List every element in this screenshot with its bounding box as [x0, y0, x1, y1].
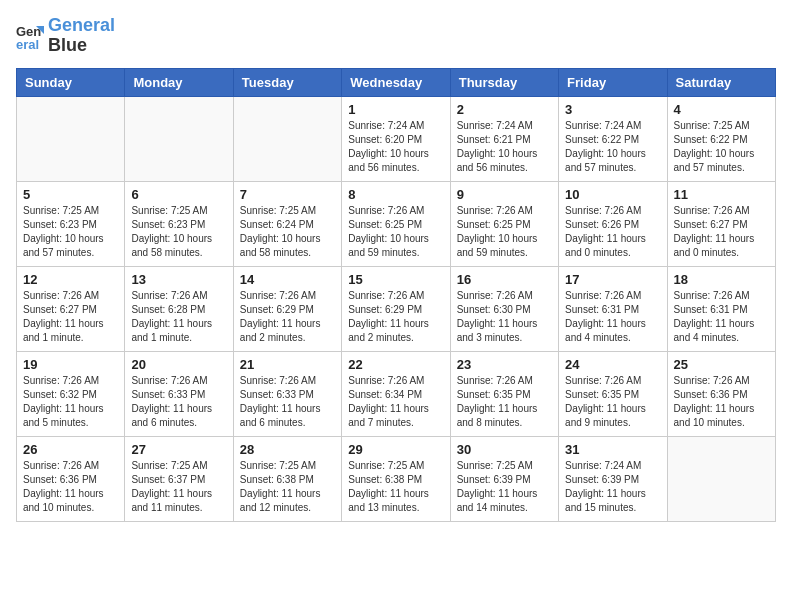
logo-icon: Gen eral — [16, 22, 44, 50]
day-info: Sunrise: 7:26 AM — [23, 374, 118, 388]
day-info: Daylight: 11 hours and 0 minutes. — [674, 232, 769, 260]
day-number: 14 — [240, 272, 335, 287]
day-cell: 16Sunrise: 7:26 AMSunset: 6:30 PMDayligh… — [450, 266, 558, 351]
day-number: 4 — [674, 102, 769, 117]
day-info: Sunset: 6:38 PM — [348, 473, 443, 487]
day-info: Sunset: 6:20 PM — [348, 133, 443, 147]
day-info: Sunrise: 7:26 AM — [131, 289, 226, 303]
day-cell: 7Sunrise: 7:25 AMSunset: 6:24 PMDaylight… — [233, 181, 341, 266]
day-number: 30 — [457, 442, 552, 457]
day-info: Sunrise: 7:26 AM — [240, 289, 335, 303]
header-monday: Monday — [125, 68, 233, 96]
day-info: Daylight: 10 hours and 56 minutes. — [348, 147, 443, 175]
day-cell: 19Sunrise: 7:26 AMSunset: 6:32 PMDayligh… — [17, 351, 125, 436]
svg-text:eral: eral — [16, 37, 39, 50]
day-info: Sunrise: 7:26 AM — [348, 204, 443, 218]
day-info: Daylight: 11 hours and 1 minute. — [23, 317, 118, 345]
logo: Gen eral GeneralBlue — [16, 16, 115, 56]
day-number: 1 — [348, 102, 443, 117]
day-cell: 26Sunrise: 7:26 AMSunset: 6:36 PMDayligh… — [17, 436, 125, 521]
day-info: Daylight: 11 hours and 0 minutes. — [565, 232, 660, 260]
day-info: Sunrise: 7:25 AM — [240, 204, 335, 218]
day-cell: 15Sunrise: 7:26 AMSunset: 6:29 PMDayligh… — [342, 266, 450, 351]
day-number: 10 — [565, 187, 660, 202]
day-info: Sunrise: 7:26 AM — [565, 374, 660, 388]
day-info: Sunrise: 7:26 AM — [565, 204, 660, 218]
day-number: 7 — [240, 187, 335, 202]
header-sunday: Sunday — [17, 68, 125, 96]
day-info: Sunset: 6:33 PM — [131, 388, 226, 402]
day-info: Daylight: 10 hours and 58 minutes. — [240, 232, 335, 260]
day-info: Sunrise: 7:26 AM — [457, 289, 552, 303]
day-cell: 17Sunrise: 7:26 AMSunset: 6:31 PMDayligh… — [559, 266, 667, 351]
day-info: Daylight: 10 hours and 57 minutes. — [674, 147, 769, 175]
day-info: Sunrise: 7:25 AM — [240, 459, 335, 473]
day-info: Daylight: 11 hours and 2 minutes. — [348, 317, 443, 345]
day-info: Sunrise: 7:26 AM — [457, 374, 552, 388]
day-number: 24 — [565, 357, 660, 372]
day-cell: 6Sunrise: 7:25 AMSunset: 6:23 PMDaylight… — [125, 181, 233, 266]
day-info: Sunrise: 7:24 AM — [457, 119, 552, 133]
day-cell: 2Sunrise: 7:24 AMSunset: 6:21 PMDaylight… — [450, 96, 558, 181]
day-info: Sunset: 6:34 PM — [348, 388, 443, 402]
week-row-1: 1Sunrise: 7:24 AMSunset: 6:20 PMDaylight… — [17, 96, 776, 181]
day-info: Daylight: 10 hours and 57 minutes. — [565, 147, 660, 175]
day-info: Sunrise: 7:26 AM — [131, 374, 226, 388]
day-number: 23 — [457, 357, 552, 372]
calendar-table: SundayMondayTuesdayWednesdayThursdayFrid… — [16, 68, 776, 522]
day-cell: 8Sunrise: 7:26 AMSunset: 6:25 PMDaylight… — [342, 181, 450, 266]
day-info: Daylight: 11 hours and 10 minutes. — [674, 402, 769, 430]
day-info: Sunset: 6:29 PM — [240, 303, 335, 317]
day-info: Sunset: 6:36 PM — [674, 388, 769, 402]
day-info: Daylight: 11 hours and 13 minutes. — [348, 487, 443, 515]
day-info: Sunrise: 7:25 AM — [457, 459, 552, 473]
day-cell: 3Sunrise: 7:24 AMSunset: 6:22 PMDaylight… — [559, 96, 667, 181]
day-info: Daylight: 10 hours and 56 minutes. — [457, 147, 552, 175]
day-number: 9 — [457, 187, 552, 202]
day-cell: 25Sunrise: 7:26 AMSunset: 6:36 PMDayligh… — [667, 351, 775, 436]
day-info: Sunset: 6:32 PM — [23, 388, 118, 402]
day-info: Sunset: 6:29 PM — [348, 303, 443, 317]
day-cell — [125, 96, 233, 181]
day-info: Sunset: 6:38 PM — [240, 473, 335, 487]
day-info: Sunset: 6:21 PM — [457, 133, 552, 147]
day-info: Daylight: 10 hours and 59 minutes. — [348, 232, 443, 260]
day-info: Sunset: 6:25 PM — [348, 218, 443, 232]
day-info: Daylight: 11 hours and 6 minutes. — [131, 402, 226, 430]
day-cell: 29Sunrise: 7:25 AMSunset: 6:38 PMDayligh… — [342, 436, 450, 521]
day-info: Sunset: 6:36 PM — [23, 473, 118, 487]
day-cell: 9Sunrise: 7:26 AMSunset: 6:25 PMDaylight… — [450, 181, 558, 266]
day-number: 6 — [131, 187, 226, 202]
day-cell: 31Sunrise: 7:24 AMSunset: 6:39 PMDayligh… — [559, 436, 667, 521]
logo-text: GeneralBlue — [48, 16, 115, 56]
day-info: Daylight: 11 hours and 3 minutes. — [457, 317, 552, 345]
day-info: Sunrise: 7:26 AM — [457, 204, 552, 218]
day-info: Sunrise: 7:25 AM — [131, 204, 226, 218]
week-row-3: 12Sunrise: 7:26 AMSunset: 6:27 PMDayligh… — [17, 266, 776, 351]
day-info: Daylight: 10 hours and 59 minutes. — [457, 232, 552, 260]
day-info: Sunrise: 7:24 AM — [348, 119, 443, 133]
day-cell: 27Sunrise: 7:25 AMSunset: 6:37 PMDayligh… — [125, 436, 233, 521]
day-info: Sunset: 6:25 PM — [457, 218, 552, 232]
day-info: Sunrise: 7:26 AM — [674, 374, 769, 388]
day-info: Sunset: 6:23 PM — [131, 218, 226, 232]
header-wednesday: Wednesday — [342, 68, 450, 96]
day-number: 22 — [348, 357, 443, 372]
day-number: 29 — [348, 442, 443, 457]
week-row-2: 5Sunrise: 7:25 AMSunset: 6:23 PMDaylight… — [17, 181, 776, 266]
day-info: Sunset: 6:24 PM — [240, 218, 335, 232]
day-info: Sunset: 6:31 PM — [565, 303, 660, 317]
day-number: 21 — [240, 357, 335, 372]
day-number: 3 — [565, 102, 660, 117]
day-info: Sunset: 6:27 PM — [23, 303, 118, 317]
day-info: Daylight: 11 hours and 6 minutes. — [240, 402, 335, 430]
day-info: Sunrise: 7:25 AM — [131, 459, 226, 473]
week-row-4: 19Sunrise: 7:26 AMSunset: 6:32 PMDayligh… — [17, 351, 776, 436]
day-number: 17 — [565, 272, 660, 287]
day-info: Daylight: 11 hours and 15 minutes. — [565, 487, 660, 515]
day-info: Daylight: 11 hours and 11 minutes. — [131, 487, 226, 515]
day-info: Sunset: 6:39 PM — [457, 473, 552, 487]
week-row-5: 26Sunrise: 7:26 AMSunset: 6:36 PMDayligh… — [17, 436, 776, 521]
day-info: Sunset: 6:22 PM — [674, 133, 769, 147]
day-info: Daylight: 11 hours and 7 minutes. — [348, 402, 443, 430]
